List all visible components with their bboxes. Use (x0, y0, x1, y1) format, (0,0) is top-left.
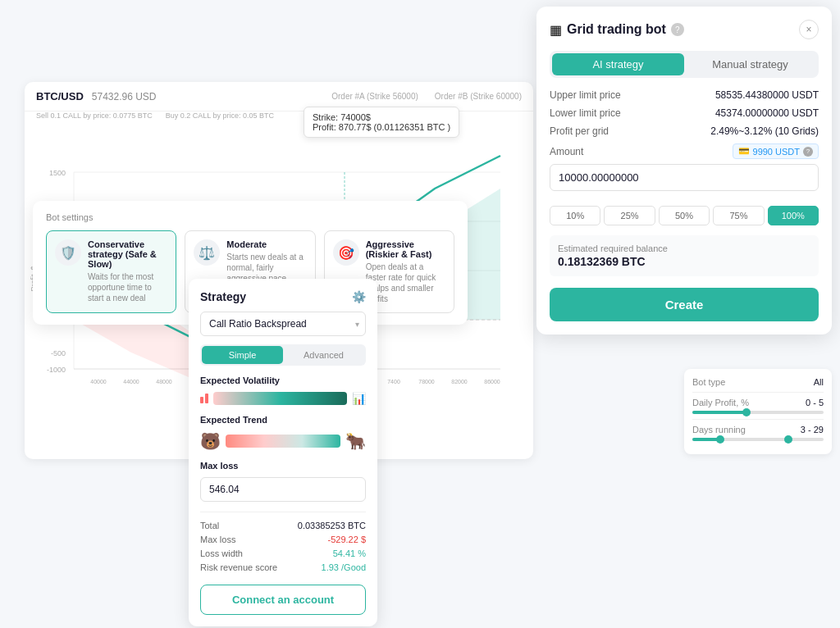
risk-revenue-value: 1.93 /Good (322, 562, 366, 572)
estimated-value: 0.18132369 BTC (558, 255, 810, 268)
daily-profit-fill (692, 411, 745, 414)
loss-width-label: Loss width (200, 548, 243, 558)
moderate-text: Moderate Starts new deals at a normal, f… (226, 239, 306, 284)
days-running-slider[interactable] (692, 438, 824, 441)
days-running-fill (692, 438, 719, 441)
vol-gradient-slider[interactable] (213, 392, 347, 405)
manual-strategy-tab[interactable]: Manual strategy (684, 53, 816, 75)
trend-bar: 🐻 🐂 (200, 431, 366, 451)
wallet-icon: 💳 (738, 146, 750, 157)
estimated-label: Estimated required balance (558, 243, 810, 253)
conservative-name: Conservative strategy (Safe & Slow) (88, 239, 167, 269)
lower-limit-row: Lower limit price 45374.00000000 USDT (550, 107, 819, 119)
daily-profit-slider[interactable] (692, 411, 824, 414)
bot-type-panel: Bot type All Daily Profit, % 0 - 5 Days … (684, 369, 832, 454)
price-label: 57432.96 USD (92, 91, 157, 102)
pct-100-btn[interactable]: 100% (768, 206, 819, 225)
days-running-thumb-end[interactable] (784, 435, 792, 444)
vol-bar-1 (200, 397, 203, 403)
order-a-label: Order #A (Strike 56000) (331, 92, 418, 101)
svg-text:44000: 44000 (123, 379, 139, 385)
trend-title: Expected Trend (200, 415, 366, 425)
conservative-strategy[interactable]: 🛡️ Conservative strategy (Safe & Slow) W… (46, 230, 176, 313)
grid-icon: ▦ (550, 22, 562, 38)
panel-title-group: ▦ Grid trading bot ? (550, 22, 684, 38)
total-label: Total (200, 521, 219, 530)
pct-10-btn[interactable]: 10% (550, 206, 600, 225)
bot-type-label: Bot type (692, 377, 725, 387)
svg-text:86000: 86000 (484, 379, 500, 385)
bot-type-value: All (814, 377, 824, 387)
amount-help-icon[interactable]: ? (803, 147, 813, 157)
days-running-label: Days running (692, 425, 746, 435)
volatility-bar: 📊 (200, 392, 366, 405)
pct-50-btn[interactable]: 50% (659, 206, 710, 225)
close-button[interactable]: × (799, 20, 819, 39)
tab-simple[interactable]: Simple (202, 346, 283, 364)
daily-profit-thumb[interactable] (742, 408, 751, 416)
vol-bar-2 (205, 394, 208, 403)
lower-limit-value: 45374.00000000 USDT (715, 107, 819, 119)
bot-type-row: Bot type All (692, 377, 824, 387)
days-running-row: Days running 3 - 29 (692, 425, 824, 435)
trend-gradient[interactable] (226, 435, 340, 448)
help-icon[interactable]: ? (671, 23, 684, 36)
loss-width-value: 54.41 % (333, 548, 366, 558)
loss-width-row: Loss width 54.41 % (200, 548, 366, 558)
moderate-icon: ⚖️ (194, 239, 220, 266)
daily-profit-range: 0 - 5 (806, 398, 824, 407)
bear-icon: 🐻 (200, 431, 221, 451)
profit-grid-row: Profit per grid 2.49%~3.12% (10 Grids) (550, 125, 819, 137)
panel-header: ▦ Grid trading bot ? × (550, 20, 819, 39)
create-button[interactable]: Create (550, 288, 819, 321)
max-loss-title: Max loss (200, 461, 366, 471)
svg-text:82000: 82000 (451, 379, 468, 385)
pct-75-btn[interactable]: 75% (713, 206, 764, 225)
profit-grid-value: 2.49%~3.12% (10 Grids) (710, 125, 819, 137)
days-running-thumb-start[interactable] (716, 435, 724, 444)
panel-title: Grid trading bot (567, 22, 666, 37)
svg-text:40000: 40000 (90, 379, 107, 385)
pct-25-btn[interactable]: 25% (604, 206, 655, 225)
tab-advanced[interactable]: Advanced (283, 346, 364, 364)
upper-limit-value: 58535.44380000 USDT (715, 89, 819, 101)
divider-1 (692, 392, 824, 393)
amount-badge: 💳 9990 USDT ? (733, 143, 819, 159)
max-loss-section: Max loss (200, 461, 366, 502)
connect-account-button[interactable]: Connect an account (200, 585, 366, 615)
max-loss-input[interactable] (200, 477, 366, 502)
order-b-label: Order #B (Strike 60000) (435, 92, 522, 101)
strategy-select[interactable]: Call Ratio Backspread (200, 312, 366, 336)
total-value: 0.03385253 BTC (298, 521, 366, 530)
svg-text:-1000: -1000 (47, 366, 66, 374)
divider-2 (692, 419, 824, 420)
conservative-text: Conservative strategy (Safe & Slow) Wait… (88, 239, 167, 303)
amount-section: Amount 💳 9990 USDT ? (550, 143, 819, 198)
grid-bot-panel: ▦ Grid trading bot ? × AI strategy Manua… (536, 7, 832, 334)
vol-indicator (200, 394, 208, 403)
settings-title: Bot settings (46, 212, 454, 222)
ticker-label: BTC/USD (36, 90, 84, 102)
moderate-name: Moderate (226, 239, 306, 249)
aggressive-desc: Open deals at a faster rate for quick sc… (366, 262, 445, 304)
max-loss-summary-value: -529.22 $ (328, 535, 366, 544)
aggressive-icon: 🎯 (333, 239, 359, 266)
trend-section: Expected Trend 🐻 🐂 (200, 415, 366, 451)
volatility-section: Expected Volatility 📊 (200, 375, 366, 405)
svg-text:1500: 1500 (49, 169, 66, 177)
amount-input[interactable] (550, 164, 819, 191)
days-running-range: 3 - 29 (801, 425, 824, 435)
ai-strategy-tab[interactable]: AI strategy (552, 53, 684, 75)
profit-grid-label: Profit per grid (550, 125, 609, 137)
strategy-settings-icon[interactable]: ⚙️ (352, 290, 366, 303)
estimated-section: Estimated required balance 0.18132369 BT… (550, 235, 819, 276)
svg-text:-500: -500 (51, 349, 66, 357)
upper-limit-row: Upper limit price 58535.44380000 USDT (550, 89, 819, 101)
order-a-detail: Sell 0.1 CALL by price: 0.0775 BTC (36, 111, 153, 120)
strategy-panel-title: Strategy (200, 290, 246, 303)
risk-revenue-row: Risk revenue score 1.93 /Good (200, 562, 366, 572)
amount-label-row: Amount 💳 9990 USDT ? (550, 143, 819, 159)
vol-chart-icon: 📊 (352, 392, 366, 405)
svg-text:48000: 48000 (156, 379, 172, 385)
amount-badge-value: 9990 USDT (753, 147, 800, 157)
